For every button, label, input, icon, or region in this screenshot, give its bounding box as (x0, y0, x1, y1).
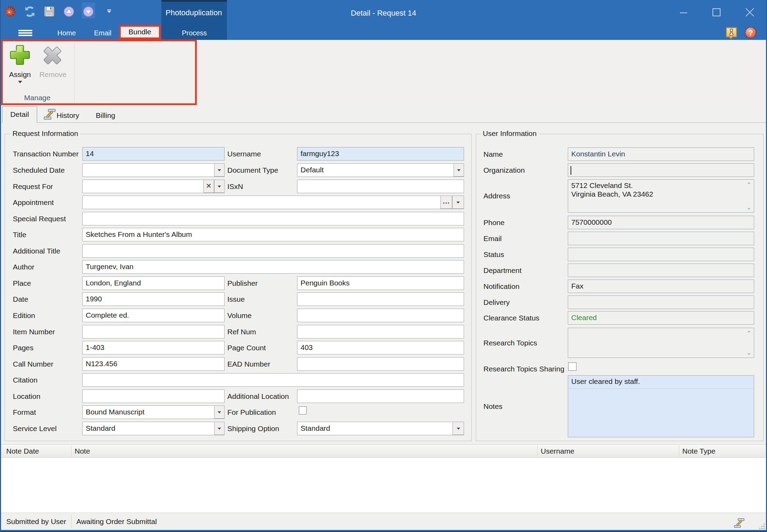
svg-text:?: ? (748, 28, 753, 37)
